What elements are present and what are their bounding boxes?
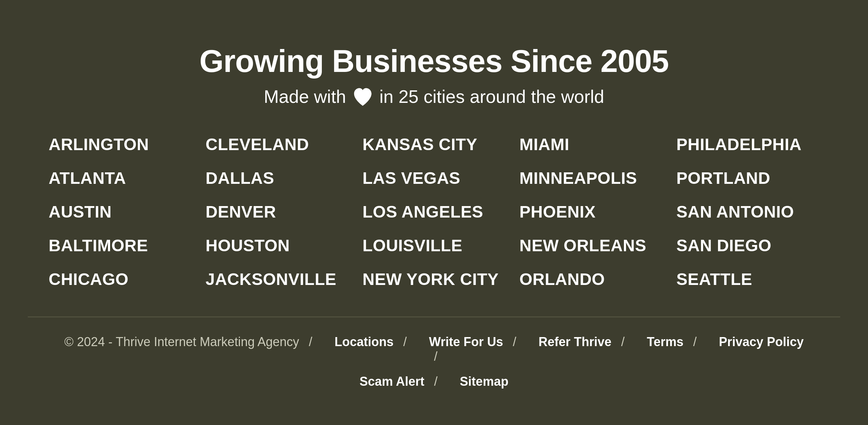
footer-link-privacy-policy[interactable]: Privacy Policy [719, 335, 804, 349]
separator-2: / [400, 335, 407, 349]
city-kansas-city[interactable]: KANSAS CITY [362, 135, 506, 154]
separator-1: / [306, 335, 312, 349]
city-column-1: ARLINGTON ATLANTA AUSTIN BALTIMORE CHICA… [42, 135, 199, 289]
separator-4: / [618, 335, 625, 349]
city-san-diego[interactable]: SAN DIEGO [676, 236, 819, 255]
main-title: Growing Businesses Since 2005 [199, 43, 669, 79]
footer-section: © 2024 - Thrive Internet Marketing Agenc… [28, 317, 840, 410]
city-column-3: KANSAS CITY LAS VEGAS LOS ANGELES LOUISV… [356, 135, 512, 289]
separator-7: / [431, 374, 437, 389]
city-arlington[interactable]: ARLINGTON [49, 135, 192, 154]
city-minneapolis[interactable]: MINNEAPOLIS [519, 169, 662, 188]
spacer-2 [419, 335, 423, 349]
city-phoenix[interactable]: PHOENIX [519, 202, 662, 221]
footer-link-sitemap[interactable]: Sitemap [460, 374, 508, 389]
separator-5: / [690, 335, 697, 349]
footer-row-2: Scam Alert / Sitemap [56, 374, 812, 389]
city-portland[interactable]: PORTLAND [676, 169, 819, 188]
separator-3: / [509, 335, 516, 349]
city-miami[interactable]: MIAMI [519, 135, 662, 154]
spacer-1 [325, 335, 328, 349]
city-san-antonio[interactable]: SAN ANTONIO [676, 202, 819, 221]
separator-6: / [431, 349, 437, 364]
city-column-5: PHILADELPHIA PORTLAND SAN ANTONIO SAN DI… [669, 135, 826, 289]
subtitle-before: Made with [264, 86, 346, 107]
city-atlanta[interactable]: ATLANTA [49, 169, 192, 188]
city-chicago[interactable]: CHICAGO [49, 270, 192, 289]
city-los-angeles[interactable]: LOS ANGELES [362, 202, 506, 221]
spacer-4 [637, 335, 641, 349]
footer-link-write-for-us[interactable]: Write For Us [429, 335, 503, 349]
city-new-orleans[interactable]: NEW ORLEANS [519, 236, 662, 255]
spacer-3 [529, 335, 532, 349]
city-las-vegas[interactable]: LAS VEGAS [362, 169, 506, 188]
subtitle: Made with in 25 cities around the world [199, 86, 669, 107]
city-column-2: CLEVELAND DALLAS DENVER HOUSTON JACKSONV… [199, 135, 356, 289]
footer-link-locations[interactable]: Locations [335, 335, 394, 349]
city-orlando[interactable]: ORLANDO [519, 270, 662, 289]
city-new-york-city[interactable]: NEW YORK CITY [362, 270, 506, 289]
city-cleveland[interactable]: CLEVELAND [206, 135, 349, 154]
spacer-5 [709, 335, 713, 349]
cities-grid: ARLINGTON ATLANTA AUSTIN BALTIMORE CHICA… [28, 135, 840, 289]
spacer-6 [450, 374, 453, 389]
footer-row-1: © 2024 - Thrive Internet Marketing Agenc… [56, 335, 812, 364]
city-baltimore[interactable]: BALTIMORE [49, 236, 192, 255]
city-houston[interactable]: HOUSTON [206, 236, 349, 255]
footer-link-refer-thrive[interactable]: Refer Thrive [539, 335, 611, 349]
city-philadelphia[interactable]: PHILADELPHIA [676, 135, 819, 154]
city-denver[interactable]: DENVER [206, 202, 349, 221]
header-section: Growing Businesses Since 2005 Made with … [199, 43, 669, 107]
subtitle-after: in 25 cities around the world [379, 86, 604, 107]
footer-link-terms[interactable]: Terms [647, 335, 683, 349]
heart-icon [352, 87, 373, 108]
city-austin[interactable]: AUSTIN [49, 202, 192, 221]
city-louisville[interactable]: LOUISVILLE [362, 236, 506, 255]
city-jacksonville[interactable]: JACKSONVILLE [206, 270, 349, 289]
city-dallas[interactable]: DALLAS [206, 169, 349, 188]
footer-copyright: © 2024 - Thrive Internet Marketing Agenc… [64, 335, 299, 349]
footer-link-scam-alert[interactable]: Scam Alert [360, 374, 425, 389]
city-column-4: MIAMI MINNEAPOLIS PHOENIX NEW ORLEANS OR… [512, 135, 669, 289]
main-container: Growing Businesses Since 2005 Made with … [0, 16, 868, 410]
city-seattle[interactable]: SEATTLE [676, 270, 819, 289]
